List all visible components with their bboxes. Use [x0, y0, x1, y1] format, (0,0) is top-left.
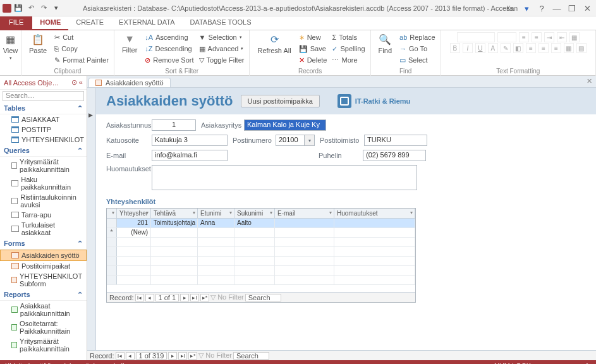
doc-close-icon[interactable]: ✕ [587, 77, 592, 85]
paste-button[interactable]: 📋Paste [27, 32, 49, 56]
nav-query-5[interactable]: Turkulaiset asiakkaat [0, 220, 87, 238]
format-controls[interactable]: BIU A✎◧ ≡≡≡ ▦▤ [450, 43, 587, 53]
col-yhteysher[interactable]: Yhteysher [117, 209, 151, 218]
nav-table-asiakkaat[interactable]: ASIAKKAAT [0, 114, 87, 124]
view-form-icon[interactable]: ▦ [540, 362, 546, 365]
nav-search-input[interactable]: Search… [3, 91, 84, 101]
input-yritys[interactable]: Kalman Kalo ja Kuje Ky [244, 119, 326, 131]
undo-icon[interactable]: ↶ [25, 3, 37, 14]
filter-button[interactable]: ▼Filter [119, 32, 140, 55]
toggle-filter-button[interactable]: ▽Toggle Filter [199, 55, 245, 65]
document-tab[interactable]: Asiakkaiden syöttö [88, 78, 171, 87]
input-puhelin[interactable]: (02) 5679 899 [363, 150, 426, 161]
file-tab[interactable]: FILE [0, 16, 32, 30]
nav-table-postitp[interactable]: POSTITP [0, 124, 87, 135]
col-sukunimi[interactable]: Sukunimi [234, 209, 275, 218]
more-button[interactable]: ⋯More [332, 55, 365, 65]
spelling-button[interactable]: ✓Spelling [332, 44, 365, 54]
nav-prev-icon[interactable]: ◂ [145, 294, 154, 301]
nav-query-4[interactable]: Tarra-apu [0, 210, 87, 220]
help-icon[interactable]: ? [535, 4, 548, 13]
input-postitoimisto[interactable]: TURKU [364, 135, 427, 146]
nav-last-icon[interactable]: ▸I [190, 294, 199, 301]
replace-button[interactable]: abReplace [399, 32, 435, 42]
format-painter-button[interactable]: ✎Format Painter [54, 55, 109, 65]
nav-query-2[interactable]: Haku paikkakunnittain [0, 174, 87, 192]
copy-button[interactable]: ⎘Copy [54, 44, 109, 54]
col-email[interactable]: E-mail [275, 209, 334, 218]
view-design-icon[interactable]: ✎ [585, 362, 591, 365]
nav-table-yhteys[interactable]: YHTEYSHENKILOT [0, 135, 87, 145]
subform-record-nav[interactable]: Record: I◂ ◂ 1 of 1 ▸ ▸I ▸* ▽ No Filter … [107, 292, 415, 302]
view-datasheet-icon[interactable]: ▤ [555, 362, 561, 365]
goto-button[interactable]: →Go To [399, 44, 435, 54]
desc-button[interactable]: ↓ZDescending [145, 44, 193, 54]
select-button[interactable]: ▭Select [399, 55, 435, 65]
nav-form-postitoimi[interactable]: Postitoimipaikat [0, 261, 87, 271]
chevron-down-icon[interactable]: ▾ [305, 135, 315, 146]
close-icon[interactable]: ✕ [581, 4, 593, 13]
nav-query-1[interactable]: Yritysmäärät paikkakunnittain [0, 157, 87, 174]
new-post-office-button[interactable]: Uusi postitoimipaikka [241, 95, 320, 107]
font-controls[interactable]: ≡≡⇥⇤▦ [457, 32, 580, 42]
home-tab[interactable]: HOME [32, 16, 68, 30]
lang-label[interactable]: Kan [506, 5, 518, 12]
nav-report-3[interactable]: Yritysmäärät paikkakunnittain [0, 336, 87, 354]
nav-report-1[interactable]: Asiakkaat paikkakunnittain [0, 301, 87, 318]
nav-form-yhteys-sub[interactable]: YHTEYSHENKILOT Subform [0, 271, 87, 289]
nav-first-icon[interactable]: I◂ [116, 352, 125, 360]
restore-icon[interactable]: ❐ [566, 4, 578, 13]
save-button[interactable]: 💾Save [299, 44, 327, 54]
selection-button[interactable]: ▼Selection▾ [199, 32, 245, 42]
minimize-icon[interactable]: — [550, 4, 563, 13]
nav-next-icon[interactable]: ▸ [168, 352, 177, 360]
nav-search[interactable]: Search [245, 294, 281, 301]
nav-next-icon[interactable]: ▸ [180, 294, 189, 301]
db-tools-tab[interactable]: DATABASE TOOLS [182, 16, 258, 30]
new-button[interactable]: ∗New [299, 32, 327, 42]
table-row[interactable]: 201 Toimitusjohtaja Anna Aalto [107, 219, 415, 228]
save-quick-icon[interactable]: 💾 [13, 3, 24, 14]
cut-button[interactable]: ✂Cut [54, 32, 109, 42]
col-huom[interactable]: Huomautukset [334, 209, 415, 218]
nav-new-icon[interactable]: ▸* [200, 294, 209, 301]
nav-position-outer[interactable]: 1 of 319 [136, 352, 167, 360]
external-data-tab[interactable]: EXTERNAL DATA [111, 16, 182, 30]
table-row-new[interactable]: * (New) [107, 228, 415, 238]
view-layout-icon[interactable]: ▧ [570, 362, 576, 365]
nav-pane-header[interactable]: All Access Obje…⊙ « [0, 76, 87, 90]
qat-dropdown[interactable]: ▾ [51, 3, 62, 14]
form-record-nav[interactable]: Record: I◂ ◂ 1 of 319 ▸ ▸I ▸* ▽ No Filte… [87, 350, 596, 360]
view-button[interactable]: ▦View▾ [5, 32, 16, 62]
input-postinro[interactable]: 20100▾ [276, 135, 315, 146]
nav-query-3[interactable]: Ristiintaulukoinnin avuksi [0, 192, 87, 210]
nav-reports-group[interactable]: Reports⌃ [0, 289, 87, 301]
nav-first-icon[interactable]: I◂ [135, 294, 144, 301]
redo-icon[interactable]: ↷ [38, 3, 49, 14]
input-email[interactable]: info@kalma.fi [152, 150, 228, 161]
nav-report-2[interactable]: Osoitetarrat: Paikkakunnittain [0, 318, 87, 336]
advanced-button[interactable]: ▦Advanced▾ [199, 44, 245, 54]
input-katu[interactable]: Katukuja 3 [152, 135, 228, 146]
nav-queries-group[interactable]: Queries⌃ [0, 145, 87, 157]
input-huom[interactable] [152, 165, 417, 190]
remove-sort-button[interactable]: ⊘Remove Sort [145, 55, 193, 65]
nav-form-asiakkaiden[interactable]: Asiakkaiden syöttö [0, 250, 87, 261]
totals-button[interactable]: ΣTotals [332, 32, 365, 42]
nav-tables-group[interactable]: Tables⌃ [0, 102, 87, 114]
create-tab[interactable]: CREATE [68, 16, 111, 30]
nav-prev-icon[interactable]: ◂ [126, 352, 135, 360]
col-etunimi[interactable]: Etunimi [198, 209, 234, 218]
nav-last-icon[interactable]: ▸I [178, 352, 187, 360]
nav-search-outer[interactable]: Search [233, 352, 269, 360]
find-button[interactable]: 🔍Find [376, 32, 394, 56]
col-tehtava[interactable]: Tehtävä [151, 209, 198, 218]
delete-button[interactable]: ✕Delete [299, 55, 327, 65]
asc-button[interactable]: ↓AAscending [145, 32, 193, 42]
nav-forms-group[interactable]: Forms⌃ [0, 238, 87, 250]
input-id[interactable]: 1 [152, 119, 196, 131]
record-selector-bar[interactable] [87, 88, 96, 360]
nav-new-icon[interactable]: ▸* [188, 352, 197, 360]
refresh-button[interactable]: ⟳Refresh All [255, 32, 293, 56]
nav-position[interactable]: 1 of 1 [155, 294, 179, 301]
